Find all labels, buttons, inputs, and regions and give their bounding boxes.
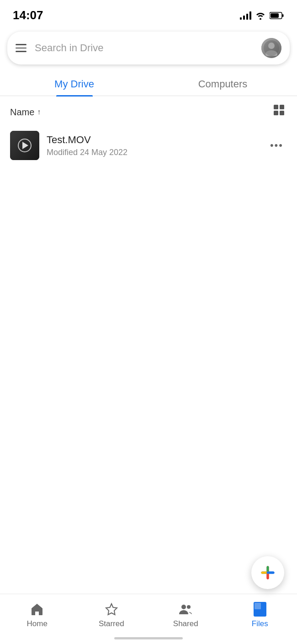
search-bar: Search in Drive [7, 32, 290, 64]
signal-icon [240, 11, 251, 20]
menu-icon[interactable] [16, 44, 27, 52]
fab-button[interactable] [251, 556, 284, 589]
nav-shared-label: Shared [173, 619, 198, 628]
tabs: My Drive Computers [0, 71, 297, 96]
svg-rect-8 [274, 111, 278, 115]
home-indicator [114, 637, 183, 639]
home-icon [29, 601, 45, 617]
tab-my-drive[interactable]: My Drive [0, 71, 148, 96]
nav-files[interactable]: Files [223, 599, 297, 628]
svg-rect-20 [255, 603, 261, 609]
svg-marker-16 [106, 604, 117, 615]
file-thumbnail [10, 131, 39, 160]
search-placeholder[interactable]: Search in Drive [35, 42, 253, 54]
svg-rect-9 [280, 111, 284, 115]
shared-icon [178, 601, 193, 617]
avatar[interactable] [261, 38, 281, 58]
bottom-nav: Home Starred Shared Files [0, 594, 297, 644]
svg-rect-6 [274, 105, 278, 109]
file-meta: Modified 24 May 2022 [47, 148, 259, 157]
star-icon [104, 601, 119, 617]
nav-home-label: Home [27, 619, 48, 628]
tab-computers[interactable]: Computers [148, 71, 297, 96]
nav-shared[interactable]: Shared [148, 599, 223, 628]
nav-starred-label: Starred [99, 619, 124, 628]
nav-files-label: Files [252, 619, 268, 628]
sort-label-text: Name [10, 107, 34, 118]
wifi-icon [255, 11, 266, 20]
sort-row: Name ↑ [0, 96, 297, 124]
files-icon [252, 601, 268, 617]
status-bar: 14:07 [0, 0, 297, 27]
svg-rect-7 [280, 105, 284, 109]
svg-rect-1 [282, 14, 284, 17]
svg-point-18 [187, 605, 191, 609]
sort-button[interactable]: Name ↑ [10, 107, 41, 118]
play-icon [18, 139, 32, 152]
svg-rect-2 [270, 13, 279, 18]
svg-point-5 [264, 40, 279, 56]
svg-point-17 [181, 605, 186, 609]
file-list: Test.MOV Modified 24 May 2022 ••• [0, 124, 297, 166]
file-info: Test.MOV Modified 24 May 2022 [47, 134, 259, 157]
file-name: Test.MOV [47, 134, 259, 146]
nav-starred[interactable]: Starred [74, 599, 149, 628]
battery-icon [270, 11, 284, 20]
status-icons [240, 11, 284, 20]
file-more-button[interactable]: ••• [266, 136, 287, 155]
sort-arrow: ↑ [37, 108, 41, 116]
grid-view-button[interactable] [273, 104, 287, 120]
nav-home[interactable]: Home [0, 599, 74, 628]
status-time: 14:07 [13, 8, 43, 22]
file-item[interactable]: Test.MOV Modified 24 May 2022 ••• [7, 124, 290, 166]
